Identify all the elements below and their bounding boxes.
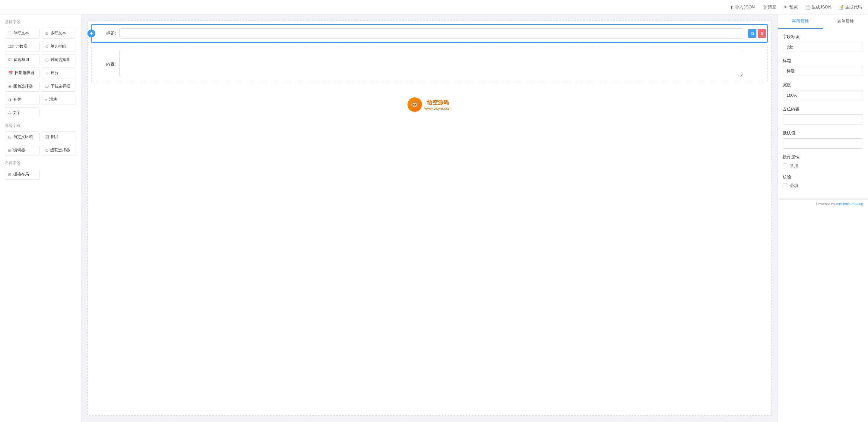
content-field-label: 内容: (98, 62, 116, 67)
import-json-btn[interactable]: ⬆ 导入JSON (730, 4, 754, 10)
generate-code-icon: 📝 (838, 5, 843, 10)
clear-btn[interactable]: 🗑 清空 (762, 4, 776, 10)
custom-icon: ⊞ (8, 135, 11, 139)
field-item-timepicker[interactable]: ◷ 时间选择器 (42, 54, 76, 65)
field-title-label: 标题 (783, 58, 863, 64)
generate-json-label: 生成JSON (812, 4, 831, 10)
singleline-icon: ☰ (8, 31, 11, 35)
generate-code-btn[interactable]: 📝 生成代码 (838, 4, 862, 10)
field-item-custom[interactable]: ⊞ 自定义区域 (5, 131, 39, 142)
field-item-text[interactable]: A 文字 (5, 107, 39, 118)
form-canvas[interactable]: + 标题: ⧉ 🗑 内容: (88, 21, 772, 416)
custom-label: 自定义区域 (13, 134, 33, 139)
field-item-datepicker[interactable]: 📅 日期选择器 (5, 67, 39, 78)
powered-bar: Powered by vue-form-making (778, 199, 868, 208)
right-tabs: 字段属性 表单属性 (778, 14, 868, 29)
advanced-section-title: 高级字段 (5, 123, 76, 128)
switch-icon: ◑ (8, 97, 11, 102)
required-row: 必填 (783, 183, 863, 188)
required-label: 必填 (790, 183, 798, 188)
field-item-rating[interactable]: ☆ 评分 (42, 67, 76, 78)
field-placeholder-label: 占位内容 (783, 106, 863, 112)
left-panel: 基础字段 ☰ 单行文本 ⊟ 多行文本 123 计数器 ⊙ 单选框组 ☑ 多选框组 (0, 14, 82, 422)
field-item-colorpicker[interactable]: ◉ 颜色选择器 (5, 81, 39, 92)
delete-field-btn[interactable]: 🗑 (757, 29, 766, 38)
field-item-image[interactable]: 🖼 图片 (42, 131, 76, 142)
field-item-singleline[interactable]: ☰ 单行文本 (5, 28, 39, 39)
rating-label: 评分 (51, 70, 59, 76)
field-item-grid[interactable]: ⊞ 栅格布局 (5, 169, 39, 180)
field-default-input[interactable] (783, 138, 863, 149)
image-label: 图片 (51, 134, 59, 139)
field-id-label: 字段标识 (783, 34, 863, 39)
checkbox-icon: ☑ (8, 58, 12, 62)
field-title-input[interactable] (783, 66, 863, 76)
checkbox-label: 多选框组 (13, 57, 29, 62)
grid-label: 栅格布局 (13, 171, 29, 177)
tab-field-props[interactable]: 字段属性 (778, 14, 823, 29)
field-item-multiline[interactable]: ⊟ 多行文本 (42, 28, 76, 39)
powered-link[interactable]: vue-form-making (836, 202, 863, 206)
clear-label: 清空 (768, 4, 776, 10)
field-width-input[interactable] (783, 90, 863, 100)
preview-icon: 👁 (783, 5, 788, 10)
slider-icon: ≡ (45, 97, 48, 102)
prop-field-id: 字段标识 (783, 34, 863, 52)
colorpicker-icon: ◉ (8, 84, 11, 89)
basic-section-title: 基础字段 (5, 19, 76, 25)
add-field-btn[interactable]: + (88, 30, 95, 37)
content-field-control (119, 50, 743, 78)
field-item-dropdown[interactable]: ☑ 下拉选择框 (42, 81, 76, 92)
prop-field-width: 宽度 (783, 82, 863, 100)
field-item-cascade[interactable]: ⊡ 级联选择器 (42, 145, 76, 156)
preview-btn[interactable]: 👁 预览 (783, 4, 798, 10)
tab-form-props[interactable]: 表单属性 (823, 14, 868, 29)
field-item-radio[interactable]: ⊙ 单选框组 (42, 41, 76, 52)
prop-field-title: 标题 (783, 58, 863, 76)
field-item-counter[interactable]: 123 计数器 (5, 41, 39, 52)
generate-json-btn[interactable]: 📄 生成JSON (805, 4, 831, 10)
field-row-actions-title: ⧉ 🗑 (748, 29, 766, 38)
watermark-area: 🐵 悟空源码 www.5kym.com (88, 85, 771, 124)
singleline-label: 单行文本 (13, 30, 29, 36)
copy-field-btn[interactable]: ⧉ (748, 29, 756, 38)
multiline-icon: ⊟ (45, 31, 49, 36)
slider-label: 滑块 (49, 97, 57, 102)
prop-field-default: 默认值 (783, 131, 863, 149)
content-textarea[interactable] (119, 50, 743, 77)
preview-label: 预览 (789, 4, 798, 10)
clear-icon: 🗑 (762, 5, 766, 10)
field-item-switch[interactable]: ◑ 开关 (5, 94, 39, 105)
title-field-label: 标题: (98, 31, 116, 36)
cascade-label: 级联选择器 (50, 148, 70, 153)
radio-icon: ⊙ (45, 44, 49, 49)
timepicker-icon: ◷ (45, 58, 49, 62)
prop-field-placeholder: 占位内容 (783, 106, 863, 125)
right-panel: 字段属性 表单属性 字段标识 标题 宽度 占位内容 默认值 (777, 14, 868, 422)
basic-fields-grid: ☰ 单行文本 ⊟ 多行文本 123 计数器 ⊙ 单选框组 ☑ 多选框组 ◷ 时间… (5, 28, 76, 118)
watermark-logo: 🐵 悟空源码 www.5kym.com (407, 97, 452, 112)
field-id-input[interactable] (783, 42, 863, 52)
canvas-area: + 标题: ⧉ 🗑 内容: (82, 14, 777, 422)
watermark-text: 悟空源码 (424, 99, 452, 106)
watermark-box: 🐵 悟空源码 www.5kym.com (407, 97, 452, 112)
prop-operation: 操作属性 禁用 (783, 155, 863, 168)
field-item-slider[interactable]: ≡ 滑块 (42, 94, 76, 105)
field-row-content[interactable]: 内容: (91, 46, 768, 82)
import-icon: ⬆ (730, 5, 734, 10)
watermark-text-group: 悟空源码 www.5kym.com (424, 99, 452, 110)
generate-json-icon: 📄 (805, 5, 810, 10)
field-row-title[interactable]: + 标题: ⧉ 🗑 (91, 24, 768, 43)
field-item-editor[interactable]: ⊟ 编辑器 (5, 145, 39, 156)
timepicker-label: 时间选择器 (50, 57, 70, 62)
title-input[interactable] (119, 28, 743, 39)
required-checkbox[interactable] (783, 183, 787, 188)
counter-label: 计数器 (16, 44, 27, 49)
disabled-checkbox[interactable] (783, 163, 787, 168)
dropdown-icon: ☑ (45, 84, 49, 89)
advanced-fields-grid: ⊞ 自定义区域 🖼 图片 ⊟ 编辑器 ⊡ 级联选择器 (5, 131, 76, 156)
field-item-checkbox[interactable]: ☑ 多选框组 (5, 54, 39, 65)
switch-label: 开关 (13, 97, 21, 102)
dropdown-label: 下拉选择框 (51, 84, 70, 89)
field-placeholder-input[interactable] (783, 114, 863, 125)
